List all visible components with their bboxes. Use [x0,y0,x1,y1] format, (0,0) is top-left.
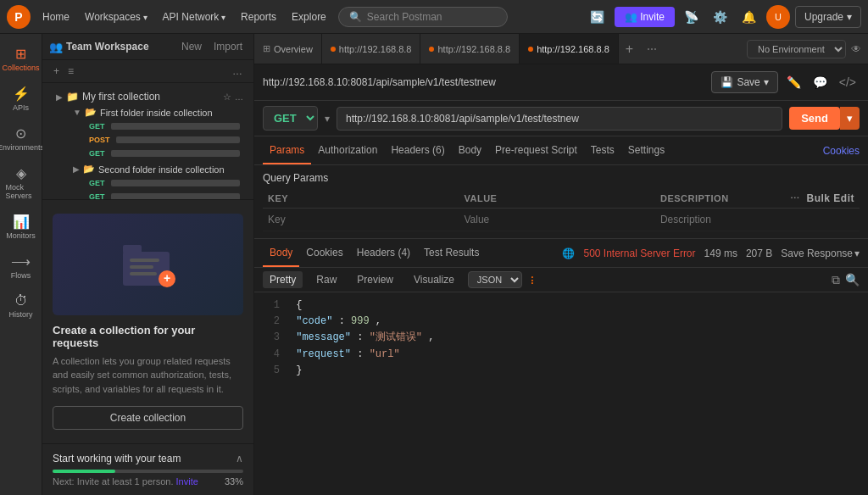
method-tag-get: GET [86,148,108,159]
res-tab-headers[interactable]: Headers (4) [350,239,417,267]
description-input[interactable] [660,214,854,225]
list-item[interactable]: GET [83,147,243,160]
search-placeholder: Search Postman [367,11,442,23]
nav-reports[interactable]: Reports [234,8,283,26]
format-select[interactable]: JSON [468,271,522,288]
create-collection-promo: + Create a collection for your requests … [42,199,253,444]
svg-rect-2 [130,259,159,262]
collection-more-icon[interactable]: … [235,92,243,102]
list-item[interactable]: GET [83,190,243,199]
search-response-icon[interactable]: 🔍 [845,273,860,287]
promo-description: A collection lets you group related requ… [53,354,243,397]
tab-overview[interactable]: ⊞ Overview [254,34,322,64]
method-select[interactable]: GET [263,106,318,131]
right-area: ⊞ Overview http://192.168.8.8 http://192… [254,34,868,495]
sidebar-item-mock-servers[interactable]: ◈ Mock Servers [3,160,40,205]
copy-icon[interactable]: ⧉ [832,273,840,287]
flows-label: Flows [11,271,31,280]
req-tab-tests[interactable]: Tests [584,136,621,164]
settings-icon[interactable]: ⚙️ [709,5,732,29]
list-item[interactable]: GET [83,120,243,133]
sidebar-item-flows[interactable]: ⟶ Flows [3,248,40,285]
search-bar[interactable]: 🔍 Search Postman [338,7,508,27]
collection-root[interactable]: ▶ 📁 My first collection ☆ … [53,89,247,104]
send-dropdown-button[interactable]: ▾ [840,107,860,130]
monitors-label: Monitors [6,231,36,240]
comment-icon[interactable]: 💬 [810,72,831,92]
tab-request-2[interactable]: http://192.168.8.8 [420,34,520,64]
sidebar-item-collections[interactable]: ⊞ Collections [3,41,40,77]
workspace-icon: 👥 [49,41,63,53]
sidebar-item-history[interactable]: ⏱ History [3,288,40,324]
collection-item: ▶ 📁 My first collection ☆ … ▼ 📂 First fo… [42,86,253,199]
sidebar-item-environments[interactable]: ⊙ Environments [3,120,40,157]
environment-select[interactable]: No Environment [747,40,846,58]
status-code: 500 Internal Server Error [583,248,695,259]
format-raw[interactable]: Raw [309,271,343,288]
res-tab-body[interactable]: Body [263,239,299,267]
invite-link[interactable]: Invite [176,476,198,487]
code-icon[interactable]: </> [836,72,860,92]
promo-illustration: + [114,235,182,294]
item-name-bar [111,180,240,186]
sync-icon[interactable]: 🔄 [586,5,609,29]
bell-icon[interactable]: 🔔 [737,5,761,29]
req-tab-authorization[interactable]: Authorization [311,136,384,164]
avatar[interactable]: U [766,5,790,29]
nav-workspaces[interactable]: Workspaces [78,8,154,26]
table-more-icon[interactable]: ⋯ [790,193,800,204]
list-item[interactable]: GET [83,176,243,190]
overview-icon: ⊞ [263,43,270,54]
sidebar-item-apis[interactable]: ⚡ APIs [3,81,40,117]
import-button[interactable]: Import [209,39,247,54]
upgrade-button[interactable]: Upgrade ▾ [795,6,861,28]
key-input[interactable] [268,214,453,225]
tab-request-3[interactable]: http://192.168.8.8 [520,34,619,64]
invite-button[interactable]: 👥 Invite [615,7,675,27]
collections-header: 👥 Team Workspace New Import [42,34,253,60]
eye-icon[interactable]: 👁 [851,43,861,55]
res-tab-test-results[interactable]: Test Results [417,239,486,267]
filter-icon[interactable]: ⫶ [529,273,535,286]
save-response-button[interactable]: Save Response ▾ [781,248,860,259]
req-tab-params[interactable]: Params [263,136,311,164]
add-collection-button[interactable]: + [49,64,64,79]
req-tab-body[interactable]: Body [452,136,488,164]
collapse-icon[interactable]: ∧ [236,453,243,464]
main-layout: ⊞ Collections ⚡ APIs ⊙ Environments ◈ Mo… [0,34,868,495]
more-options-button[interactable]: … [228,64,247,79]
value-input[interactable] [464,214,649,225]
format-preview[interactable]: Preview [350,271,400,288]
edit-icon[interactable]: ✏️ [783,72,804,92]
req-tab-headers[interactable]: Headers (6) [384,136,451,164]
cookies-link[interactable]: Cookies [823,145,860,157]
second-folder-row[interactable]: ▶ 📂 Second folder inside collection [70,162,243,176]
star-icon[interactable]: ☆ [223,92,231,103]
tab-request-1[interactable]: http://192.168.8.8 [322,34,421,64]
second-folder-icon: 📂 [83,164,95,175]
format-visualize[interactable]: Visualize [407,271,461,288]
new-button[interactable]: New [177,39,206,54]
nav-explore[interactable]: Explore [285,8,333,26]
add-tab-button[interactable]: + [619,42,640,57]
format-pretty[interactable]: Pretty [263,271,303,288]
nav-api-network[interactable]: API Network [156,8,232,26]
query-params-section: Query Params KEY VALUE DESCRIPTION ⋯ [254,165,868,238]
create-collection-button[interactable]: Create collection [53,406,243,430]
sort-button[interactable]: ≡ [64,64,78,79]
radio-icon[interactable]: 📡 [680,5,704,29]
first-folder-row[interactable]: ▼ 📂 First folder inside collection [70,105,243,120]
save-button[interactable]: 💾 Save ▾ [711,71,777,93]
sidebar-item-monitors[interactable]: 📊 Monitors [3,209,40,245]
list-item[interactable]: POST [83,133,243,147]
req-tab-settings[interactable]: Settings [621,136,671,164]
method-tag-get: GET [86,178,108,188]
req-tab-pre-request[interactable]: Pre-request Script [488,136,584,164]
url-input[interactable] [337,107,782,131]
send-button[interactable]: Send [789,107,840,130]
bulk-edit-button[interactable]: Bulk Edit [806,192,854,204]
more-tabs-button[interactable]: ⋯ [640,43,664,55]
res-tab-cookies[interactable]: Cookies [299,239,349,267]
nav-home[interactable]: Home [36,8,76,26]
tab-dot-1 [331,47,336,52]
